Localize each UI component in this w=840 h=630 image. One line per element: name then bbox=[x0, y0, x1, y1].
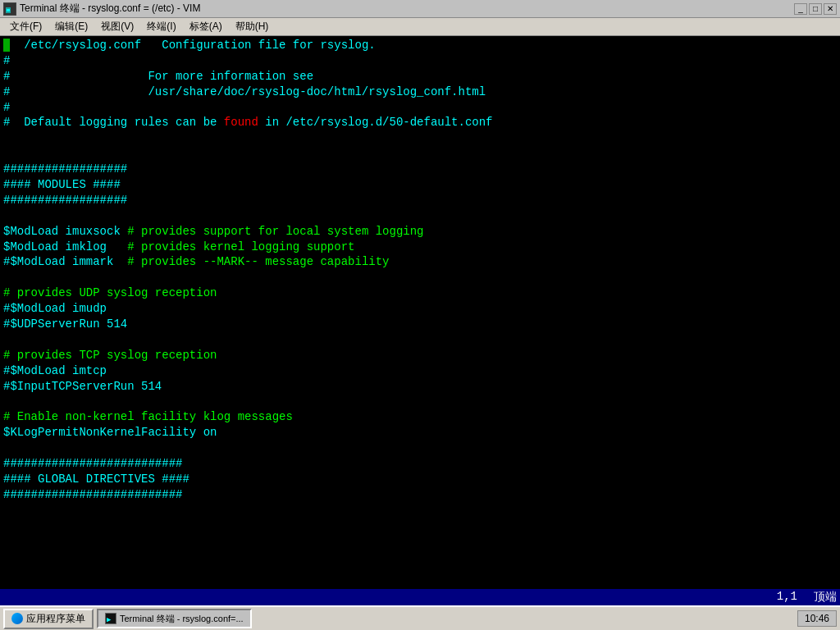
start-icon bbox=[11, 613, 23, 624]
title-icon: ▣ bbox=[3, 2, 16, 16]
taskbar: 应用程序菜单 ▶ Terminal 终端 - rsyslog.conf=... … bbox=[0, 605, 840, 630]
vim-content: /etc/rsyslog.conf Configuration file for… bbox=[3, 38, 837, 503]
title-bar-controls: _ □ ✕ bbox=[794, 3, 837, 15]
menu-tabs[interactable]: 标签(A) bbox=[183, 18, 229, 35]
menu-edit[interactable]: 编辑(E) bbox=[48, 18, 94, 35]
taskbar-app-label: Terminal 终端 - rsyslog.conf=... bbox=[120, 613, 244, 625]
menu-view[interactable]: 视图(V) bbox=[94, 18, 140, 35]
window-title: Terminal 终端 - rsyslog.conf = (/etc) - VI… bbox=[20, 2, 200, 16]
svg-text:▶: ▶ bbox=[107, 615, 112, 623]
vim-status-right: 1,1 顶端 bbox=[777, 590, 837, 605]
minimize-button[interactable]: _ bbox=[794, 3, 807, 15]
maximize-button[interactable]: □ bbox=[809, 3, 822, 15]
terminal-content[interactable]: /etc/rsyslog.conf Configuration file for… bbox=[0, 36, 840, 605]
menu-file[interactable]: 文件(F) bbox=[3, 18, 48, 35]
vim-scroll-position: 顶端 bbox=[814, 590, 837, 605]
title-bar-left: ▣ Terminal 终端 - rsyslog.conf = (/etc) - … bbox=[3, 2, 200, 16]
close-button[interactable]: ✕ bbox=[824, 3, 837, 15]
menu-terminal[interactable]: 终端(I) bbox=[140, 18, 182, 35]
svg-text:▣: ▣ bbox=[6, 5, 11, 14]
taskbar-clock: 10:46 bbox=[797, 610, 837, 627]
start-label: 应用程序菜单 bbox=[26, 612, 85, 626]
start-button[interactable]: 应用程序菜单 bbox=[3, 609, 94, 629]
menu-help[interactable]: 帮助(H) bbox=[229, 18, 276, 35]
terminal-icon: ▶ bbox=[105, 613, 116, 624]
menu-bar: 文件(F) 编辑(E) 视图(V) 终端(I) 标签(A) 帮助(H) bbox=[0, 18, 840, 36]
taskbar-app-terminal[interactable]: ▶ Terminal 终端 - rsyslog.conf=... bbox=[97, 609, 252, 628]
title-bar: ▣ Terminal 终端 - rsyslog.conf = (/etc) - … bbox=[0, 0, 840, 18]
vim-statusbar: 1,1 顶端 bbox=[0, 589, 840, 605]
vim-cursor-position: 1,1 bbox=[777, 590, 797, 605]
